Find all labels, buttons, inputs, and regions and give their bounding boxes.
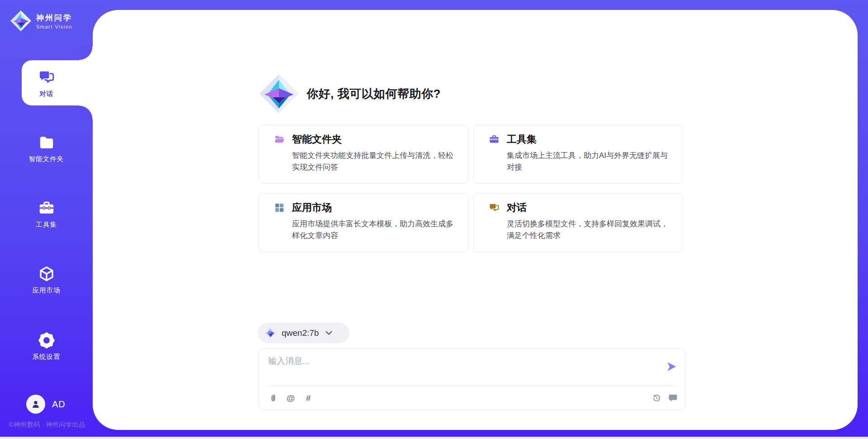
message-composer: @ # [259, 348, 685, 410]
feature-card-smart-folder[interactable]: 智能文件夹 智能文件夹功能支持批量文件上传与清洗，轻松实现文件问答 [259, 125, 468, 184]
feature-card-toolset[interactable]: 工具集 集成市场上主流工具，助力AI与外界无缝扩展与对接 [473, 125, 683, 184]
composer-tools-right [651, 393, 678, 403]
chat-icon [489, 202, 500, 213]
chevron-down-icon [326, 331, 332, 335]
main-panel: 你好, 我可以如何帮助你? 智能文件夹 智能文件夹功能支持批量文件上传与清洗，轻… [93, 10, 858, 430]
horizontal-scrollbar[interactable] [0, 437, 868, 439]
brand-name: 神州问学 [36, 13, 72, 23]
active-tab-flare-top [79, 47, 93, 60]
card-description: 集成市场上主流工具，助力AI与外界无缝扩展与对接 [507, 150, 671, 174]
user-name: AD [52, 399, 66, 410]
brand-gem-icon [10, 10, 32, 32]
composer-divider [268, 386, 676, 386]
chat-bubble-icon[interactable] [668, 393, 678, 403]
card-title: 工具集 [507, 133, 537, 146]
cube-icon [38, 265, 55, 282]
sidebar-item-label: 工具集 [36, 220, 57, 229]
sidebar-item-toolset[interactable]: 工具集 [0, 200, 93, 229]
message-input[interactable] [268, 355, 657, 382]
greeting: 你好, 我可以如何帮助你? [259, 73, 441, 114]
history-icon[interactable] [651, 393, 661, 403]
avatar [26, 395, 45, 414]
app: 你好, 我可以如何帮助你? 智能文件夹 智能文件夹功能支持批量文件上传与清洗，轻… [0, 0, 868, 439]
chat-icon [38, 69, 55, 86]
sidebar-item-label: 对话 [39, 90, 53, 98]
composer-tools-left: @ # [268, 393, 313, 403]
sidebar-item-label: 智能文件夹 [29, 155, 64, 163]
sidebar-item-smart-folder[interactable]: 智能文件夹 [0, 134, 93, 163]
card-description: 灵活切换多模型文件，支持多样回复效果调试，满足个性化需求 [507, 218, 671, 242]
sidebar-item-app-market[interactable]: 应用市场 [0, 265, 93, 295]
card-title: 智能文件夹 [292, 133, 342, 146]
feature-card-chat[interactable]: 对话 灵活切换多模型文件，支持多样回复效果调试，满足个性化需求 [473, 193, 683, 252]
model-name: qwen2:7b [282, 328, 319, 338]
gear-icon [38, 332, 55, 349]
send-icon[interactable] [665, 361, 677, 372]
person-icon [30, 399, 41, 410]
model-selector[interactable]: qwen2:7b [258, 323, 349, 343]
copyright-text: ©神州数码 · 神州问学出品 [0, 420, 94, 429]
folder-open-icon [274, 134, 285, 145]
greeting-title: 你好, 我可以如何帮助你? [307, 86, 441, 102]
card-description: 智能文件夹功能支持批量文件上传与清洗，轻松实现文件问答 [292, 150, 456, 174]
attachment-icon[interactable] [268, 393, 278, 403]
sidebar-item-label: 应用市场 [33, 286, 61, 295]
feature-cards: 智能文件夹 智能文件夹功能支持批量文件上传与清洗，轻松实现文件问答 工具集 集成… [259, 125, 683, 252]
card-title: 对话 [507, 201, 527, 215]
sidebar-item-label: 系统设置 [33, 353, 61, 361]
mention-icon[interactable]: @ [286, 393, 296, 403]
hashtag-icon[interactable]: # [303, 393, 313, 403]
active-tab-flare-bottom [79, 105, 93, 119]
card-description: 应用市场提供丰富长文本模板，助力高效生成多样化文章内容 [292, 218, 456, 242]
brand-logo: 神州问学 Smart Vision [10, 10, 72, 32]
sidebar-item-settings[interactable]: 系统设置 [0, 332, 93, 361]
user-profile[interactable]: AD [26, 395, 66, 414]
grid-icon [274, 202, 285, 213]
brand-subtitle: Smart Vision [36, 24, 72, 29]
sidebar-item-chat[interactable]: 对话 [0, 69, 93, 98]
greeting-gem-icon [259, 73, 299, 114]
briefcase-icon [38, 200, 55, 217]
card-title: 应用市场 [292, 201, 332, 215]
briefcase-icon [489, 134, 500, 145]
feature-card-app-market[interactable]: 应用市场 应用市场提供丰富长文本模板，助力高效生成多样化文章内容 [259, 193, 468, 252]
model-gem-icon [264, 327, 277, 339]
folder-icon [38, 134, 55, 151]
